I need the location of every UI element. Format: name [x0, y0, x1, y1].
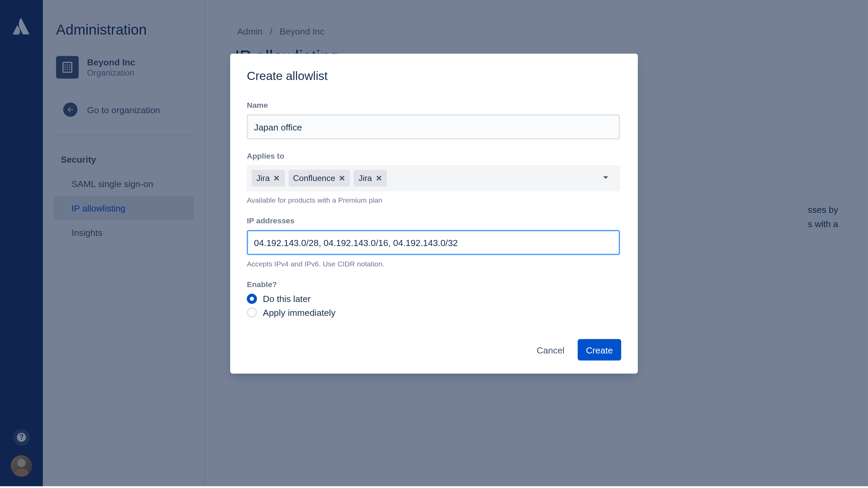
radio-label: Apply immediately: [263, 307, 335, 318]
modal-title: Create allowlist: [247, 69, 621, 83]
tag-jira-2: Jira ✕: [354, 170, 387, 186]
tag-confluence: Confluence ✕: [288, 170, 350, 186]
name-label: Name: [247, 101, 621, 109]
name-input[interactable]: [247, 115, 620, 140]
tag-remove-icon[interactable]: ✕: [339, 174, 345, 183]
chevron-down-icon[interactable]: [600, 171, 612, 185]
cancel-button[interactable]: Cancel: [528, 339, 573, 360]
radio-unchecked-icon: [247, 307, 257, 318]
applies-to-label: Applies to: [247, 151, 621, 160]
applies-to-helper: Available for products with a Premium pl…: [247, 196, 621, 204]
ip-addresses-helper: Accepts IPv4 and IPv6. Use CIDR notation…: [247, 260, 621, 268]
tag-label: Confluence: [293, 174, 335, 183]
create-allowlist-modal: Create allowlist Name Applies to Jira ✕ …: [230, 54, 638, 373]
ip-addresses-input[interactable]: [247, 230, 620, 255]
applies-to-select[interactable]: Jira ✕ Confluence ✕ Jira ✕: [247, 165, 620, 191]
tag-remove-icon[interactable]: ✕: [273, 174, 280, 183]
ip-addresses-label: IP addresses: [247, 216, 621, 225]
radio-label: Do this later: [263, 294, 311, 304]
tag-remove-icon[interactable]: ✕: [376, 174, 382, 183]
tag-label: Jira: [358, 174, 372, 183]
enable-label: Enable?: [247, 280, 621, 289]
radio-apply-immediately[interactable]: Apply immediately: [247, 307, 621, 318]
create-button[interactable]: Create: [578, 339, 621, 360]
tag-label: Jira: [256, 174, 270, 183]
radio-checked-icon: [247, 294, 257, 304]
tag-jira-1: Jira ✕: [252, 170, 285, 186]
radio-do-this-later[interactable]: Do this later: [247, 294, 621, 304]
modal-overlay[interactable]: Create allowlist Name Applies to Jira ✕ …: [0, 0, 868, 486]
